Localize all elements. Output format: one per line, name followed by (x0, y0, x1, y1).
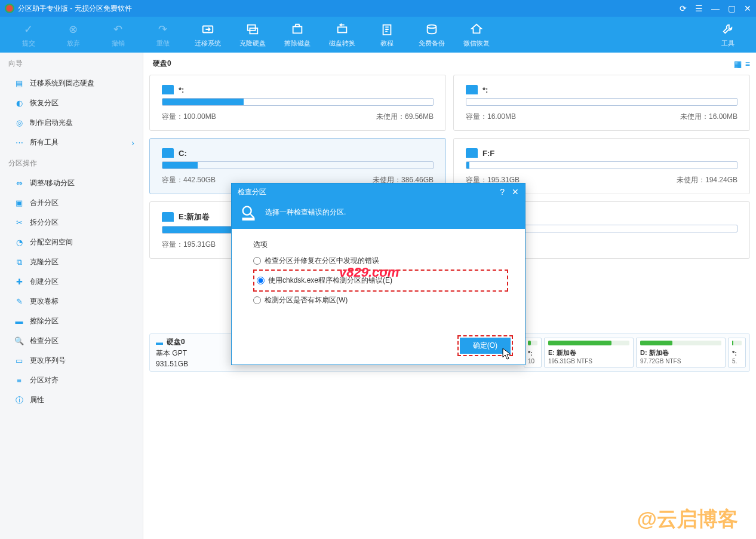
sidebar-item-bootdisk[interactable]: ◎制作启动光盘 (0, 113, 143, 133)
sidebar-item-label[interactable]: ✎更改卷标 (0, 292, 143, 311)
dialog-title: 检查分区 (238, 187, 266, 197)
disk-title: 硬盘0 (153, 59, 171, 69)
sidebar-item-migrate-ssd[interactable]: ▤迁移系统到固态硬盘 (0, 74, 143, 93)
partition-card[interactable]: *: 容量：16.00MB未使用：16.00MB (453, 75, 750, 131)
svg-point-6 (427, 24, 436, 28)
drive-icon (466, 148, 478, 158)
minimize-icon[interactable]: — (711, 4, 720, 13)
dialog-options-label: 选项 (253, 240, 508, 250)
redo-button[interactable]: ↷重做 (140, 22, 185, 48)
partition-usage-bar (466, 98, 737, 106)
partition-free: 未使用：194.24GB (677, 175, 737, 185)
partition-label: E:新加卷 (179, 212, 210, 222)
partition-capacity: 容量：442.50GB (162, 175, 216, 185)
partition-label: *: (483, 85, 488, 94)
partition-usage-bar (466, 161, 737, 169)
sidebar-item-split[interactable]: ✂拆分分区 (0, 213, 143, 232)
wizard-section-title: 向导 (0, 53, 143, 74)
sidebar-item-check[interactable]: 🔍检查分区 (0, 331, 143, 351)
search-icon (240, 204, 257, 220)
tools-button[interactable]: 工具 (705, 22, 750, 48)
sidebar-item-props[interactable]: ⓘ属性 (0, 390, 143, 410)
ok-button[interactable]: 确定(O) (460, 338, 511, 354)
partition-card[interactable]: *: 容量：100.00MB未使用：69.56MB (149, 75, 446, 131)
radio-chkdsk[interactable]: 使用chkdsk.exe程序检测分区的错误(E) (257, 275, 505, 286)
disk-slot[interactable]: *: 10 (524, 338, 542, 368)
ops-section-title: 分区操作 (0, 152, 143, 173)
sidebar-item-recover[interactable]: ◐恢复分区 (0, 93, 143, 113)
partition-usage-bar (162, 98, 434, 106)
drive-icon (162, 85, 174, 94)
partition-free: 未使用：16.00MB (680, 112, 737, 122)
sidebar-item-resize[interactable]: ⇔调整/移动分区 (0, 173, 143, 193)
partition-label: *: (179, 85, 184, 94)
backup-button[interactable]: 免费备份 (409, 22, 454, 48)
sidebar-item-clone-part[interactable]: ⧉克隆分区 (0, 252, 143, 272)
radio-bad-sector[interactable]: 检测分区是否有坏扇区(W) (253, 295, 508, 305)
wechat-recover-button[interactable]: 微信恢复 (454, 22, 499, 48)
check-partition-dialog: 检查分区 ?✕ 选择一种检查错误的分区. 选项 检查分区并修复在分区中发现的错误… (231, 183, 525, 365)
disk-slot[interactable]: E: 新加卷 195.31GB NTFS (544, 338, 634, 368)
svg-point-7 (243, 207, 251, 215)
svg-rect-8 (243, 219, 254, 220)
menu-icon[interactable]: ☰ (695, 4, 703, 13)
drive-icon (466, 85, 478, 94)
app-logo-icon (5, 4, 14, 13)
sidebar-item-wipe-part[interactable]: ▬擦除分区 (0, 311, 143, 331)
partition-label: C: (179, 149, 187, 158)
sidebar-item-allocate[interactable]: ◔分配空闲空间 (0, 232, 143, 252)
partition-capacity: 容量：195.31GB (162, 240, 216, 250)
maximize-icon[interactable]: ▢ (728, 4, 736, 13)
app-title: 分区助手专业版 - 无损分区免费软件 (18, 4, 132, 14)
commit-button[interactable]: ✓提交 (6, 22, 51, 48)
sidebar-item-all-tools[interactable]: ⋯所有工具› (0, 133, 143, 152)
clone-button[interactable]: 克隆硬盘 (230, 22, 275, 48)
svg-rect-4 (337, 27, 346, 32)
migrate-button[interactable]: 迁移系统 (185, 22, 230, 48)
disk-icon: ▬ (156, 338, 163, 347)
disk-slot[interactable]: *: 5. (728, 338, 746, 368)
partition-usage-bar (162, 161, 434, 169)
convert-button[interactable]: 磁盘转换 (319, 22, 364, 48)
partition-free: 未使用：69.56MB (376, 112, 434, 122)
titlebar: 分区助手专业版 - 无损分区免费软件 ⟳ ☰ — ▢ ✕ (0, 0, 756, 17)
list-view-icon[interactable]: ≡ (745, 59, 750, 69)
dialog-instruction: 选择一种检查错误的分区. (265, 207, 346, 218)
radio-check-fix[interactable]: 检查分区并修复在分区中发现的错误 (253, 256, 508, 266)
partition-label: F:F (483, 149, 494, 158)
drive-icon (162, 148, 174, 158)
dialog-close-icon[interactable]: ✕ (512, 187, 519, 197)
grid-view-icon[interactable]: ▦ (734, 59, 742, 69)
sidebar-item-serial[interactable]: ▭更改序列号 (0, 351, 143, 370)
discard-button[interactable]: ⊗放弃 (51, 22, 96, 48)
disk-slot[interactable]: D: 新加卷 97.72GB NTFS (636, 338, 726, 368)
wipe-button[interactable]: 擦除磁盘 (275, 22, 319, 48)
svg-rect-3 (293, 26, 302, 33)
refresh-icon[interactable]: ⟳ (680, 4, 687, 13)
sidebar: 向导 ▤迁移系统到固态硬盘 ◐恢复分区 ◎制作启动光盘 ⋯所有工具› 分区操作 … (0, 53, 143, 539)
partition-capacity: 容量：16.00MB (466, 112, 516, 122)
partition-capacity: 容量：100.00MB (162, 112, 216, 122)
undo-button[interactable]: ↶撤销 (96, 22, 140, 48)
drive-icon (162, 212, 174, 222)
help-icon[interactable]: ? (500, 187, 505, 197)
toolbar: ✓提交 ⊗放弃 ↶撤销 ↷重做 迁移系统 克隆硬盘 擦除磁盘 磁盘转换 教程 免… (0, 17, 756, 53)
sidebar-item-create[interactable]: ✚创建分区 (0, 272, 143, 292)
tutorial-button[interactable]: 教程 (364, 22, 409, 48)
sidebar-item-merge[interactable]: ▣合并分区 (0, 193, 143, 213)
chevron-right-icon: › (131, 138, 134, 148)
close-icon[interactable]: ✕ (744, 4, 751, 13)
sidebar-item-align[interactable]: ≡分区对齐 (0, 370, 143, 390)
